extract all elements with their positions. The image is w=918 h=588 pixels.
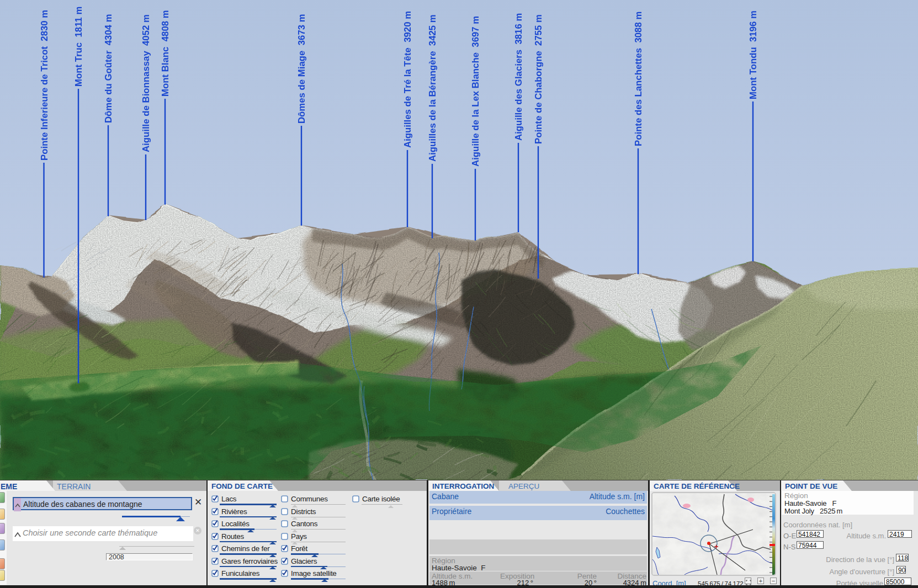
- svg-text:Dômes de Miage 3673 m: Dômes de Miage 3673 m: [296, 14, 307, 124]
- svg-text:Pointe de Chaborgne 2755 m: Pointe de Chaborgne 2755 m: [533, 14, 544, 144]
- svg-text:Aiguilles de Tré la Tête 3920: Aiguilles de Tré la Tête 3920 m: [402, 11, 413, 148]
- svg-text:Aiguilles de la Bérangère 342: Aiguilles de la Bérangère 3425 m: [427, 14, 438, 162]
- svg-text:Mont Truc 1811 m: Mont Truc 1811 m: [73, 7, 84, 87]
- svg-text:Mont Tondu 3196 m: Mont Tondu 3196 m: [748, 10, 758, 99]
- svg-text:Pointe Inferieure de Tricot 2: Pointe Inferieure de Tricot 2830 m: [39, 10, 50, 161]
- svg-text:Aiguille de Bionnassay 4052 m: Aiguille de Bionnassay 4052 m: [141, 14, 151, 152]
- svg-text:Dôme du Goûter 4304 m: Dôme du Goûter 4304 m: [103, 14, 114, 123]
- svg-text:Mont Blanc 4808 m: Mont Blanc 4808 m: [160, 10, 171, 97]
- svg-text:Aiguille des Glaciers 3816 m: Aiguille des Glaciers 3816 m: [513, 13, 524, 141]
- svg-text:Pointe des Lanchettes 3088 m: Pointe des Lanchettes 3088 m: [633, 12, 644, 146]
- svg-text:Aiguille de la Lex Blanche 36: Aiguille de la Lex Blanche 3697 m: [470, 16, 481, 167]
